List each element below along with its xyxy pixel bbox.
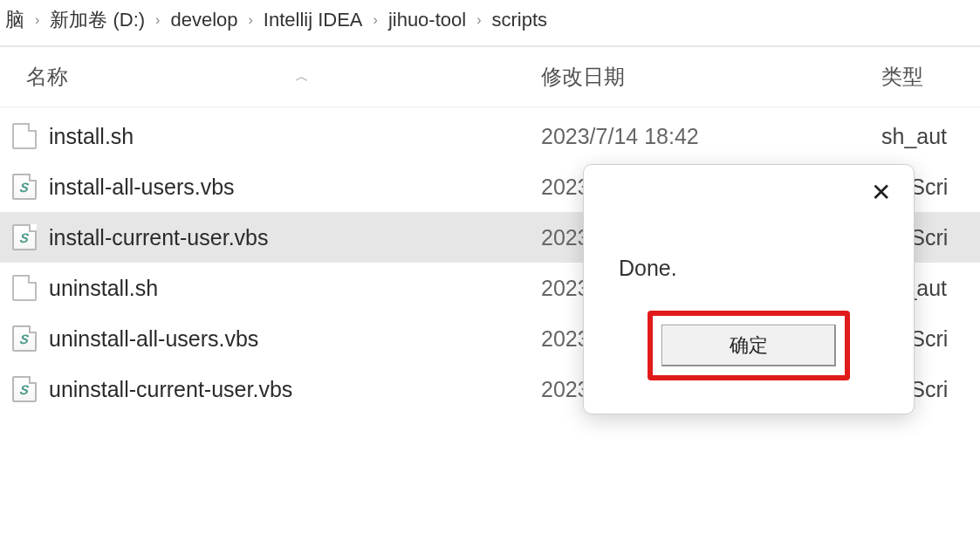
sort-caret-icon: ︿: [295, 68, 309, 86]
chevron-right-icon: ›: [150, 12, 165, 28]
chevron-right-icon: ›: [471, 12, 486, 28]
column-header-name[interactable]: 名称 ︿: [26, 63, 541, 91]
file-name: install-current-user.vbs: [49, 225, 541, 250]
chevron-right-icon: ›: [368, 12, 383, 28]
column-header-type[interactable]: 类型: [881, 63, 980, 91]
ok-button-highlight: 确定: [648, 311, 850, 380]
vbscript-file-icon: [12, 325, 37, 352]
message-dialog: ✕ Done. 确定: [583, 164, 915, 414]
breadcrumb-item[interactable]: 脑: [0, 7, 30, 33]
chevron-right-icon: ›: [30, 12, 45, 28]
file-name: install.sh: [49, 124, 541, 149]
breadcrumb-item[interactable]: develop: [165, 9, 243, 31]
chevron-right-icon: ›: [243, 12, 258, 28]
file-name: install-all-users.vbs: [49, 175, 541, 200]
ok-button[interactable]: 确定: [661, 325, 836, 366]
vbscript-file-icon: [12, 224, 37, 250]
breadcrumb-item[interactable]: jihuo-tool: [383, 9, 471, 31]
vbscript-file-icon: [12, 376, 37, 402]
breadcrumb-item[interactable]: scripts: [486, 9, 552, 31]
file-name: uninstall-current-user.vbs: [49, 377, 541, 402]
file-icon: [12, 123, 37, 149]
vbscript-file-icon: [12, 174, 37, 200]
breadcrumb[interactable]: 脑 › 新加卷 (D:) › develop › Intellij IDEA ›…: [0, 0, 980, 40]
dialog-footer: 确定: [584, 311, 914, 414]
file-date: 2023/7/14 18:42: [541, 124, 881, 149]
column-header-date[interactable]: 修改日期: [541, 63, 881, 91]
file-name: uninstall-all-users.vbs: [49, 326, 541, 352]
breadcrumb-item[interactable]: Intellij IDEA: [258, 9, 368, 31]
breadcrumb-item[interactable]: 新加卷 (D:): [45, 7, 150, 33]
dialog-message: Done.: [584, 205, 914, 311]
file-type: sh_aut: [881, 124, 980, 149]
close-icon[interactable]: ✕: [871, 181, 891, 205]
column-header-name-label: 名称: [26, 63, 68, 91]
file-name: uninstall.sh: [49, 276, 541, 301]
file-row[interactable]: install.sh2023/7/14 18:42sh_aut: [0, 111, 980, 161]
dialog-header: ✕: [584, 165, 914, 205]
column-headers: 名称 ︿ 修改日期 类型: [0, 47, 980, 107]
file-icon: [12, 275, 37, 301]
